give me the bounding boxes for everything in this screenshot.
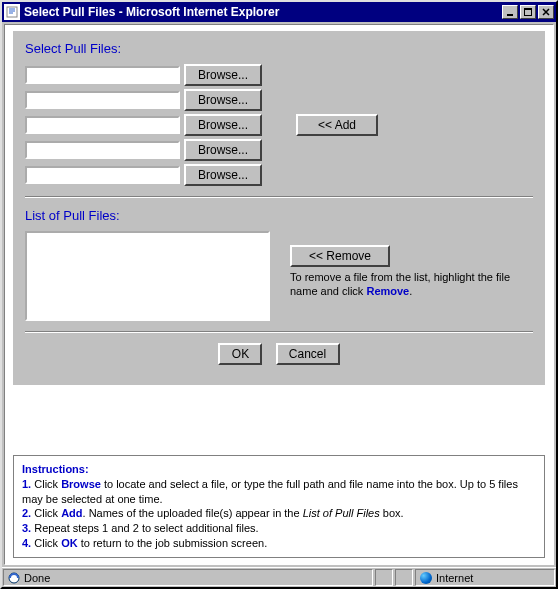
security-zone-cell: Internet (415, 569, 555, 586)
select-files-heading: Select Pull Files: (25, 41, 533, 56)
list-section: List of Pull Files: << Remove To remove … (25, 208, 533, 321)
security-zone-text: Internet (436, 572, 473, 584)
instructions-heading: Instructions: (22, 462, 536, 477)
instructions-panel: Instructions: 1. Click Browse to locate … (13, 455, 545, 558)
ie-page-icon (4, 4, 20, 20)
file-row: Browse... (25, 114, 262, 136)
file-row: Browse... (25, 139, 262, 161)
window: Select Pull Files - Microsoft Internet E… (0, 0, 558, 589)
file-path-input-2[interactable] (25, 91, 180, 109)
separator (25, 196, 533, 198)
status-spacer-2 (395, 569, 413, 586)
browse-button-1[interactable]: Browse... (184, 64, 262, 86)
svg-rect-3 (524, 8, 532, 10)
ie-icon (8, 572, 20, 584)
file-row: Browse... (25, 64, 262, 86)
svg-rect-1 (507, 14, 513, 16)
minimize-button[interactable] (502, 5, 518, 19)
browse-button-5[interactable]: Browse... (184, 164, 262, 186)
remove-button[interactable]: << Remove (290, 245, 390, 267)
file-row: Browse... (25, 164, 262, 186)
client-area: Select Pull Files: Browse... Browse... B… (4, 24, 554, 565)
cancel-button[interactable]: Cancel (276, 343, 340, 365)
list-heading: List of Pull Files: (25, 208, 533, 223)
status-text: Done (24, 572, 50, 584)
file-input-rows: Browse... Browse... Browse... Browse... (25, 64, 262, 186)
file-path-input-4[interactable] (25, 141, 180, 159)
select-files-panel: Select Pull Files: Browse... Browse... B… (13, 31, 545, 385)
remove-help-text: To remove a file from the list, highligh… (290, 271, 533, 299)
file-path-input-5[interactable] (25, 166, 180, 184)
pull-files-listbox[interactable] (25, 231, 270, 321)
instruction-line-1: 1. Click Browse to locate and select a f… (22, 477, 536, 507)
browse-button-2[interactable]: Browse... (184, 89, 262, 111)
instruction-line-2: 2. Click Add. Names of the uploaded file… (22, 506, 536, 521)
browse-button-4[interactable]: Browse... (184, 139, 262, 161)
status-text-cell: Done (3, 569, 373, 586)
separator (25, 331, 533, 333)
globe-icon (420, 572, 432, 584)
instruction-line-3: 3. Repeat steps 1 and 2 to select additi… (22, 521, 536, 536)
status-bar: Done Internet (2, 567, 556, 587)
maximize-button[interactable] (520, 5, 536, 19)
window-title: Select Pull Files - Microsoft Internet E… (24, 5, 500, 19)
file-path-input-3[interactable] (25, 116, 180, 134)
dialog-buttons: OK Cancel (25, 343, 533, 365)
file-row: Browse... (25, 89, 262, 111)
add-button[interactable]: << Add (296, 114, 378, 136)
titlebar: Select Pull Files - Microsoft Internet E… (2, 2, 556, 22)
status-spacer-1 (375, 569, 393, 586)
browse-button-3[interactable]: Browse... (184, 114, 262, 136)
ok-button[interactable]: OK (218, 343, 262, 365)
close-button[interactable] (538, 5, 554, 19)
file-path-input-1[interactable] (25, 66, 180, 84)
instruction-line-4: 4. Click OK to return to the job submiss… (22, 536, 536, 551)
